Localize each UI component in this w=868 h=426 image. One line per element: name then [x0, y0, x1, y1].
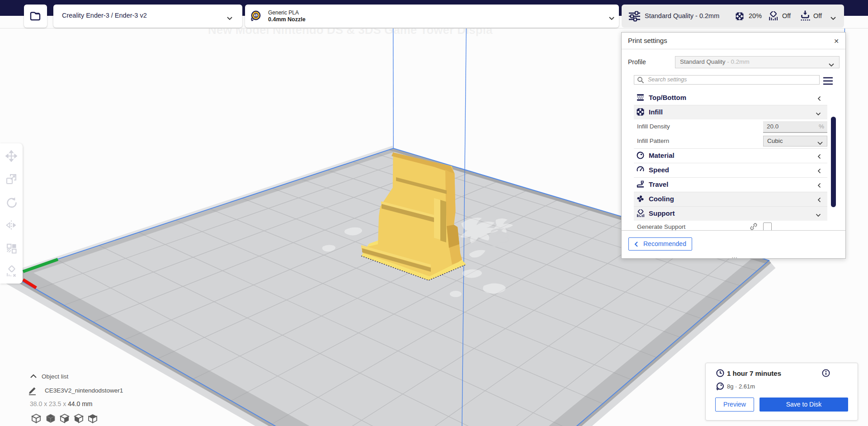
svg-text:1: 1 — [255, 13, 257, 18]
